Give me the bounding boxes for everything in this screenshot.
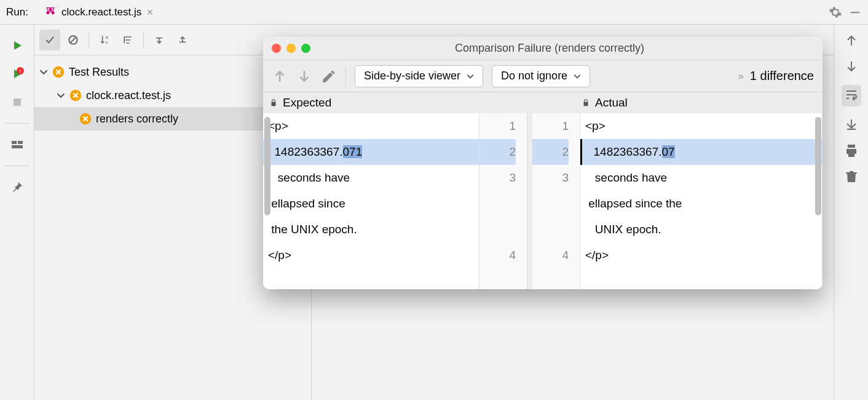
popup-titlebar: Comparison Failure (renders correctly) [263, 37, 823, 60]
chevron-down-icon [574, 73, 581, 80]
diff-line: seconds have ellapsed since the UNIX epo… [580, 165, 822, 242]
expand-all-icon[interactable] [117, 30, 138, 50]
diff-body: <p> 1482363367.071 seconds have ellapsed… [263, 113, 823, 289]
svg-text:z: z [106, 39, 108, 44]
line-numbers-right: 1 2 3 4 [532, 113, 580, 289]
top-bar: Run: clock.react.test.js ✕ [0, 0, 868, 25]
collapse-icon[interactable] [149, 30, 170, 50]
svg-point-2 [49, 8, 52, 11]
layout-icon[interactable] [10, 137, 25, 152]
scrollbar-thumb[interactable] [815, 117, 821, 215]
expected-column: <p> 1482363367.071 seconds have ellapsed… [263, 113, 479, 289]
left-gutter: ! [0, 25, 34, 400]
svg-rect-3 [851, 12, 860, 13]
lock-icon [269, 98, 278, 107]
traffic-close[interactable] [272, 44, 281, 53]
scrollbar-thumb[interactable] [264, 117, 270, 215]
diff-count: » 1 difference [738, 69, 814, 83]
prev-diff-icon[interactable] [272, 68, 288, 84]
expected-header: Expected [283, 96, 331, 110]
print-icon[interactable] [844, 143, 859, 158]
edit-icon[interactable] [321, 68, 337, 84]
actual-header: Actual [595, 96, 628, 110]
jest-icon [44, 6, 57, 18]
show-passed-icon[interactable] [39, 30, 60, 50]
minimize-icon[interactable] [848, 6, 862, 19]
popup-headers: Expected Actual [263, 92, 823, 113]
actual-column: <p> 1482363367.07 seconds have ellapsed … [580, 113, 823, 289]
svg-rect-8 [18, 141, 23, 144]
diff-line: 1482363367.07 [580, 139, 822, 165]
pin-icon[interactable] [10, 180, 25, 194]
diff-line: <p> [580, 113, 822, 139]
right-gutter [834, 25, 868, 400]
chevron-down-icon [39, 68, 48, 76]
lock-icon [582, 98, 590, 107]
diff-line: 1482363367.071 [263, 139, 479, 165]
diff-line: <p> [263, 113, 479, 139]
tree-test-label: renders correctly [96, 113, 178, 126]
close-icon[interactable]: ✕ [146, 7, 154, 17]
tree-root-label: Test Results [69, 66, 129, 79]
next-diff-icon[interactable] [296, 68, 312, 84]
scroll-to-end-icon[interactable] [844, 118, 859, 132]
traffic-minimize[interactable] [286, 44, 296, 53]
expand-icon[interactable] [172, 30, 193, 50]
sort-icon[interactable]: az [94, 30, 115, 50]
gear-icon[interactable] [829, 6, 842, 19]
more-icon[interactable]: » [738, 71, 744, 82]
chevron-down-icon [57, 91, 65, 100]
popup-title: Comparison Failure (renders correctly) [316, 42, 814, 55]
ignore-mode-label: Do not ignore [501, 70, 567, 82]
fail-icon [69, 89, 82, 102]
comparison-popup: Comparison Failure (renders correctly) S… [263, 37, 823, 289]
arrow-up-icon[interactable] [844, 33, 859, 48]
chevron-down-icon [467, 73, 474, 80]
run-label: Run: [6, 6, 32, 18]
svg-rect-9 [12, 145, 23, 148]
show-ignored-icon[interactable] [63, 30, 84, 50]
tree-file-label: clock.react.test.js [86, 89, 171, 102]
soft-wrap-icon[interactable] [844, 87, 859, 102]
svg-text:!: ! [19, 68, 20, 74]
fail-icon [52, 65, 65, 79]
diff-line: seconds have ellapsed since the UNIX epo… [263, 165, 479, 242]
diff-line: </p> [263, 242, 479, 268]
diff-line: </p> [580, 242, 822, 268]
viewer-mode-dropdown[interactable]: Side-by-side viewer [355, 65, 483, 87]
arrow-down-icon[interactable] [844, 59, 859, 74]
popup-toolbar: Side-by-side viewer Do not ignore » 1 di… [263, 60, 823, 92]
stop-icon[interactable] [10, 95, 25, 110]
run-icon[interactable] [10, 38, 25, 53]
line-numbers-left: 1 2 3 4 [479, 113, 527, 289]
viewer-mode-label: Side-by-side viewer [364, 70, 460, 82]
tab-label: clock.react.test.js [61, 6, 141, 18]
run-tab[interactable]: clock.react.test.js ✕ [38, 4, 160, 21]
ignore-mode-dropdown[interactable]: Do not ignore [492, 65, 590, 87]
svg-rect-6 [14, 98, 21, 106]
traffic-zoom[interactable] [301, 44, 310, 53]
svg-line-11 [70, 37, 76, 43]
rerun-failed-icon[interactable]: ! [10, 66, 25, 81]
fail-icon [79, 112, 92, 126]
trash-icon[interactable] [844, 169, 859, 184]
svg-rect-7 [12, 141, 17, 144]
